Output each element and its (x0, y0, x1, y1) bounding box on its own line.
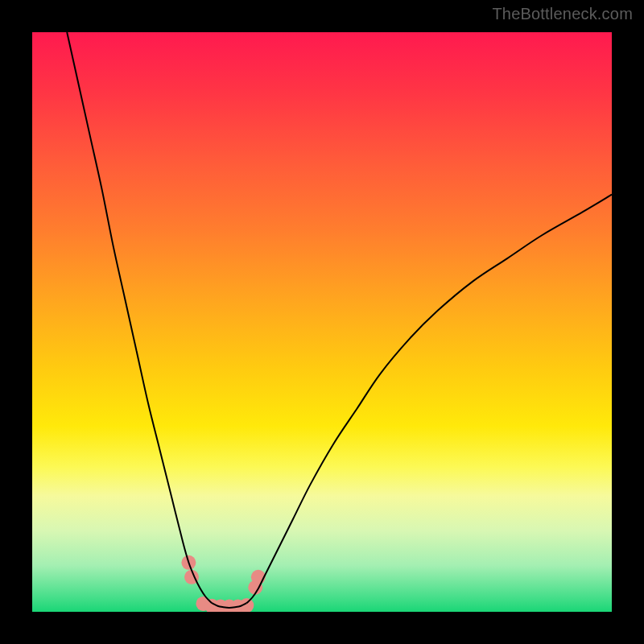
plot-area (32, 32, 612, 612)
salmon-dots-group (181, 555, 265, 612)
right-branch-curve (246, 195, 612, 604)
watermark-text: TheBottleneck.com (492, 5, 633, 23)
left-branch-curve (67, 32, 212, 603)
curve-layer (32, 32, 612, 612)
chart-frame: TheBottleneck.com (0, 0, 644, 644)
